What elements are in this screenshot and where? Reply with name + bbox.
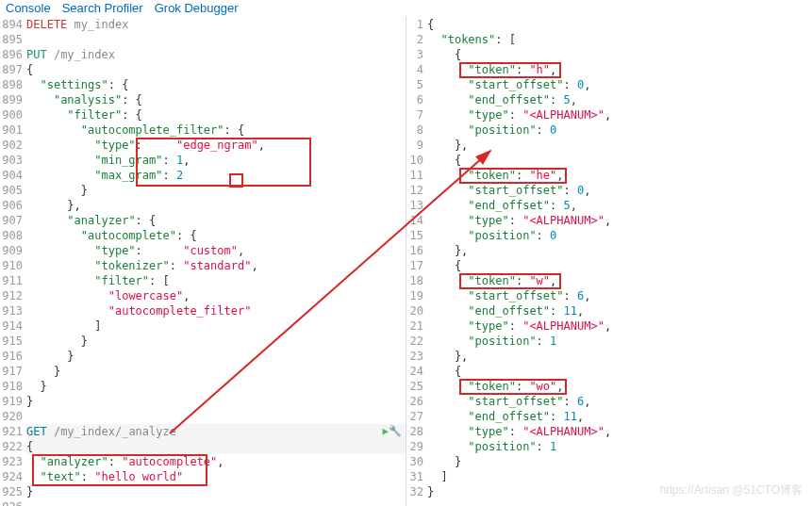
highlight-box [136, 138, 311, 187]
highlight-box [459, 62, 561, 78]
tab-search-profiler[interactable]: Search Profiler [62, 1, 143, 15]
line-gutter-right: 1234567891011121314151617181920212223242… [406, 17, 427, 499]
request-pane: 8948958968978988999009019029039049059069… [0, 17, 406, 506]
highlight-box [459, 379, 567, 395]
dev-tools-tabs: Console Search Profiler Grok Debugger [0, 0, 812, 17]
highlight-box [459, 273, 561, 289]
wrench-icon[interactable]: 🔧 [389, 424, 402, 439]
line-gutter-left: 8948958968978988999009019029039049059069… [0, 17, 26, 506]
tab-grok-debugger[interactable]: Grok Debugger [155, 1, 239, 15]
highlight-box [229, 173, 243, 188]
highlight-box [32, 454, 207, 486]
request-editor[interactable]: DELETE my_indexPUT /my_index{ "settings"… [26, 17, 406, 506]
watermark-text: https://Artisan @51CTO博客 [660, 482, 803, 498]
tab-console[interactable]: Console [6, 1, 51, 15]
execute-icon[interactable]: ▶ [382, 424, 389, 439]
response-pane: 1234567891011121314151617181920212223242… [406, 17, 812, 506]
response-viewer: { "tokens": [ { "token": "h", "start_off… [427, 17, 812, 499]
highlight-box [459, 168, 567, 184]
editor-panes: 8948958968978988999009019029039049059069… [0, 17, 812, 506]
